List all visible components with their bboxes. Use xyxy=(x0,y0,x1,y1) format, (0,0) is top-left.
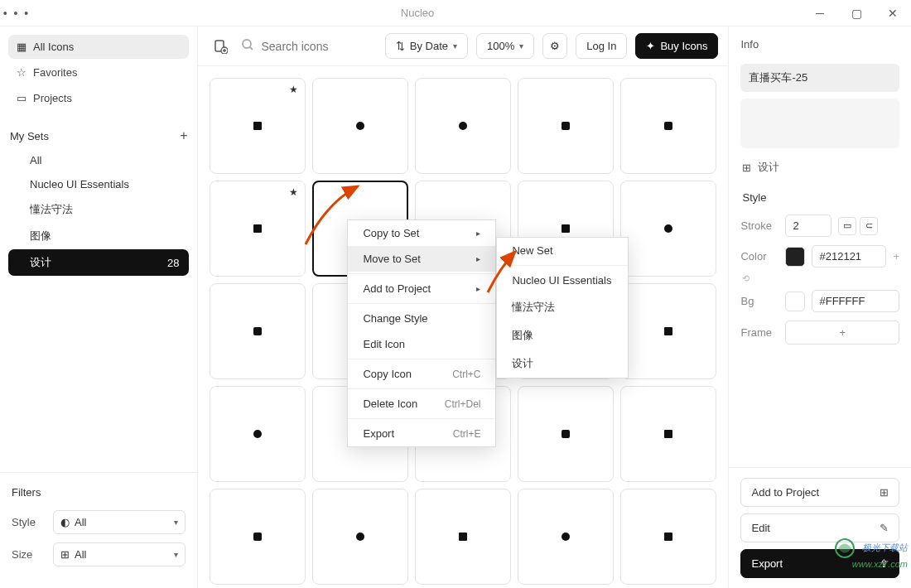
icon-cell[interactable] xyxy=(210,283,306,379)
nav-projects[interactable]: ▭ Projects xyxy=(8,86,189,110)
submenu-item[interactable]: 懂法守法 xyxy=(497,293,628,321)
buy-icons-label: Buy Icons xyxy=(660,40,707,52)
nav-projects-label: Projects xyxy=(33,92,72,104)
star-icon: ★ xyxy=(289,84,298,95)
buy-icons-button[interactable]: ✦ Buy Icons xyxy=(635,33,718,59)
sort-label: By Date xyxy=(410,40,448,52)
bg-label: Bg xyxy=(740,295,778,307)
icon-name-tag[interactable]: 直播买车-25 xyxy=(740,64,899,92)
stroke-label: Stroke xyxy=(740,219,778,232)
grid-icon: ▦ xyxy=(17,41,27,53)
filter-style-select[interactable]: ◐All ▾ xyxy=(53,510,186,534)
chevron-down-icon: ▾ xyxy=(174,550,178,559)
search-input[interactable] xyxy=(261,40,376,53)
contrast-icon: ◐ xyxy=(60,516,70,528)
color-swatch[interactable] xyxy=(785,247,805,267)
add-frame-button[interactable]: + xyxy=(785,321,899,345)
icon-cell[interactable] xyxy=(210,489,306,585)
icon-cell[interactable] xyxy=(620,283,716,379)
sort-button[interactable]: ⇅ By Date ▾ xyxy=(385,33,468,59)
info-panel: Info 直播买车-25 ⊞ 设计 Style Stroke 2 ▭ ⊂ Col… xyxy=(729,27,911,588)
main-area: ⇅ By Date ▾ 100% ▾ ⚙ Log In ✦ Buy Icons … xyxy=(198,27,729,588)
icon-cell[interactable] xyxy=(620,489,716,585)
icon-cell[interactable] xyxy=(620,386,716,482)
window-maximize[interactable]: ▢ xyxy=(838,0,875,27)
gear-icon: ⚙ xyxy=(550,40,560,52)
icon-preview xyxy=(740,99,899,148)
set-item-design-count: 28 xyxy=(167,257,179,269)
svg-point-2 xyxy=(243,40,251,48)
frame-label: Frame xyxy=(740,326,778,339)
filter-size-label: Size xyxy=(12,548,45,561)
nav-all-icons-label: All Icons xyxy=(33,41,74,53)
chevron-down-icon: ▾ xyxy=(453,41,457,51)
search-icon xyxy=(241,38,254,54)
link-colors-icon[interactable]: ⟲ xyxy=(729,272,911,286)
ctx-delete-icon[interactable]: Delete IconCtrl+Del xyxy=(348,391,495,417)
add-set-button[interactable]: + xyxy=(180,128,187,143)
chevron-down-icon: ▾ xyxy=(174,518,178,527)
icon-cell[interactable] xyxy=(518,489,614,585)
ctx-edit-icon[interactable]: Edit Icon xyxy=(348,331,495,357)
icon-cell[interactable]: ★ xyxy=(210,78,306,174)
zoom-button[interactable]: 100% ▾ xyxy=(476,33,534,59)
ctx-change-style[interactable]: Change Style xyxy=(348,306,495,331)
set-item-cn2[interactable]: 图像 xyxy=(8,223,189,249)
bg-swatch[interactable] xyxy=(785,292,805,311)
set-item-nucleo-ui[interactable]: Nucleo UI Essentials xyxy=(8,172,189,196)
set-item-cn1[interactable]: 懂法守法 xyxy=(8,196,189,223)
set-item-design-label: 设计 xyxy=(30,255,51,270)
edit-button[interactable]: Edit ✎ xyxy=(740,513,899,542)
folder-add-icon: ⊞ xyxy=(880,486,889,499)
context-submenu: New Set Nucleo UI Essentials 懂法守法 图像 设计 xyxy=(496,237,629,378)
share-icon: ⇪ xyxy=(880,557,889,570)
app-menu-dots[interactable]: • • • xyxy=(0,7,33,20)
ctx-add-to-project[interactable]: Add to Project▸ xyxy=(348,276,495,301)
filters-title: Filters xyxy=(12,486,186,499)
submenu-item[interactable]: 设计 xyxy=(497,349,628,378)
nav-all-icons[interactable]: ▦ All Icons xyxy=(8,35,189,59)
titlebar: • • • Nucleo ─ ▢ ✕ xyxy=(0,0,911,27)
icon-cell[interactable] xyxy=(518,386,614,482)
export-button[interactable]: Export ⇪ xyxy=(740,549,899,578)
icon-cell[interactable] xyxy=(620,181,716,277)
color-input[interactable]: #212121 xyxy=(812,245,886,267)
submenu-item[interactable]: Nucleo UI Essentials xyxy=(497,267,628,293)
set-item-all[interactable]: All xyxy=(8,148,189,172)
tree-path[interactable]: ⊞ 设计 xyxy=(729,155,911,180)
submenu-new-set[interactable]: New Set xyxy=(497,238,628,263)
icon-cell[interactable] xyxy=(312,489,408,585)
submenu-item[interactable]: 图像 xyxy=(497,321,628,349)
add-color-button[interactable]: + xyxy=(893,250,899,263)
stroke-cap-butt[interactable]: ▭ xyxy=(838,217,856,235)
icon-cell[interactable] xyxy=(415,489,511,585)
ctx-move-to-set[interactable]: Move to Set▸ xyxy=(348,246,495,272)
import-button[interactable] xyxy=(208,34,233,59)
icon-cell[interactable] xyxy=(518,78,614,174)
sort-icon: ⇅ xyxy=(396,40,405,52)
window-minimize[interactable]: ─ xyxy=(802,0,838,27)
icon-cell[interactable] xyxy=(415,78,511,174)
main-toolbar: ⇅ By Date ▾ 100% ▾ ⚙ Log In ✦ Buy Icons xyxy=(198,27,728,66)
login-button[interactable]: Log In xyxy=(576,33,627,59)
filter-size-value: All xyxy=(75,548,86,561)
chevron-right-icon: ▸ xyxy=(476,284,480,293)
stroke-cap-round[interactable]: ⊂ xyxy=(860,217,878,235)
add-to-project-button[interactable]: Add to Project ⊞ xyxy=(740,478,899,507)
icon-cell[interactable] xyxy=(210,386,306,482)
bg-input[interactable]: #FFFFFF xyxy=(812,290,899,312)
icon-cell[interactable] xyxy=(620,78,716,174)
ctx-export[interactable]: ExportCtrl+E xyxy=(348,421,495,446)
nav-favorites[interactable]: ☆ Favorites xyxy=(8,60,189,84)
set-item-design[interactable]: 设计 28 xyxy=(8,249,189,276)
icon-cell[interactable] xyxy=(312,78,408,174)
window-close[interactable]: ✕ xyxy=(875,0,911,27)
filter-style-label: Style xyxy=(12,516,45,528)
filter-size-select[interactable]: ⊞All ▾ xyxy=(53,542,186,566)
icon-cell[interactable]: ★ xyxy=(210,181,306,277)
search-field[interactable] xyxy=(241,38,376,54)
settings-button[interactable]: ⚙ xyxy=(542,33,567,59)
stroke-input[interactable]: 2 xyxy=(785,214,831,237)
ctx-copy-to-set[interactable]: Copy to Set▸ xyxy=(348,220,495,246)
ctx-copy-icon[interactable]: Copy IconCtrl+C xyxy=(348,361,495,387)
